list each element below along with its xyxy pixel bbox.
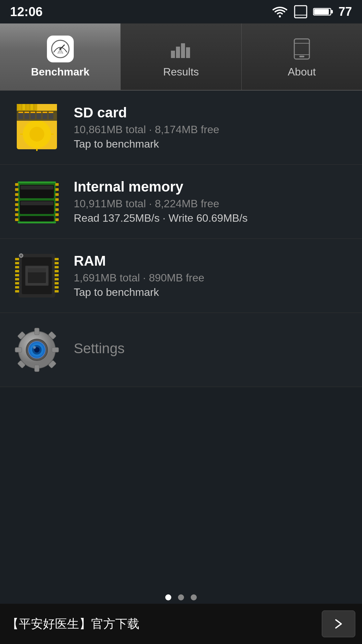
ram-text: RAM 1,691MB total · 890MB free Tap to be…: [74, 253, 352, 299]
sd-card-subtitle: 10,861MB total · 8,174MB free: [74, 123, 352, 136]
svg-rect-40: [18, 112, 23, 113]
battery-level: 77: [339, 5, 352, 19]
svg-rect-5: [314, 9, 329, 14]
settings-icon: [10, 323, 64, 377]
tab-bar: Benchmark Results About: [0, 23, 362, 91]
svg-rect-1: [295, 6, 307, 18]
svg-rect-21: [18, 104, 21, 110]
results-tab-label: Results: [163, 66, 199, 78]
svg-rect-62: [55, 183, 59, 186]
svg-rect-9: [171, 51, 175, 58]
svg-rect-42: [31, 112, 35, 113]
svg-rect-68: [55, 213, 59, 216]
page-dots: [165, 594, 197, 600]
svg-rect-41: [24, 112, 29, 113]
svg-rect-55: [15, 188, 18, 191]
page-dot-2[interactable]: [178, 594, 184, 600]
svg-rect-69: [55, 218, 59, 221]
svg-rect-12: [186, 47, 190, 58]
status-icons: 77: [272, 5, 352, 19]
svg-rect-56: [15, 193, 18, 196]
svg-rect-23: [26, 104, 29, 110]
internal-memory-title: Internal memory: [74, 179, 352, 195]
svg-rect-24: [31, 104, 33, 110]
svg-rect-67: [55, 208, 59, 211]
svg-rect-98: [35, 328, 39, 335]
sd-card-item[interactable]: SD card 10,861MB total · 8,174MB free Ta…: [0, 91, 362, 165]
svg-rect-4: [331, 10, 333, 13]
svg-rect-60: [15, 213, 18, 216]
sd-card-icon: [10, 101, 64, 154]
svg-rect-84: [15, 290, 19, 292]
svg-rect-88: [55, 270, 59, 272]
svg-point-0: [279, 15, 281, 17]
benchmark-tab-label: Benchmark: [31, 66, 89, 78]
settings-title: Settings: [74, 340, 352, 357]
svg-rect-92: [55, 286, 59, 288]
svg-rect-75: [28, 268, 46, 272]
benchmark-icon-container: [47, 36, 74, 62]
svg-rect-76: [15, 258, 19, 260]
svg-point-111: [33, 346, 36, 349]
tab-about[interactable]: About: [242, 23, 362, 90]
svg-rect-80: [15, 274, 19, 276]
svg-rect-93: [55, 290, 59, 292]
svg-rect-54: [15, 183, 18, 186]
svg-rect-63: [55, 188, 59, 191]
svg-rect-87: [55, 266, 59, 268]
status-time: 12:06: [10, 5, 43, 19]
svg-rect-10: [176, 47, 180, 58]
bottom-ad-bar: 【平安好医生】官方下载: [0, 604, 362, 644]
svg-point-32: [29, 127, 44, 142]
ram-subtitle: 1,691MB total · 890MB free: [74, 272, 352, 284]
status-bar: 12:06 77: [0, 0, 362, 23]
ad-button[interactable]: [322, 610, 355, 637]
svg-rect-44: [43, 112, 47, 113]
svg-rect-82: [15, 282, 19, 284]
svg-rect-58: [15, 203, 18, 206]
svg-rect-77: [15, 262, 19, 264]
svg-rect-57: [15, 198, 18, 201]
wifi-icon: [272, 5, 288, 18]
battery-icon: [313, 7, 333, 17]
svg-rect-100: [15, 347, 22, 352]
internal-memory-action: Read 137.25MB/s · Write 60.69MB/s: [74, 212, 352, 224]
settings-item[interactable]: Settings: [0, 313, 362, 387]
svg-rect-78: [15, 266, 19, 268]
svg-rect-66: [55, 203, 59, 206]
results-icon-container: [168, 36, 194, 62]
svg-rect-83: [15, 286, 19, 288]
ram-item[interactable]: RAM 1,691MB total · 890MB free Tap to be…: [0, 239, 362, 313]
internal-memory-item[interactable]: Internal memory 10,911MB total · 8,224MB…: [0, 165, 362, 239]
ram-action: Tap to benchmark: [74, 286, 352, 299]
tab-results[interactable]: Results: [121, 23, 241, 90]
svg-rect-85: [55, 258, 59, 260]
sd-card-action: Tap to benchmark: [74, 138, 352, 150]
page-dot-3[interactable]: [191, 594, 197, 600]
svg-rect-89: [55, 274, 59, 276]
svg-rect-11: [181, 43, 185, 58]
page-dot-1[interactable]: [165, 594, 171, 600]
ram-title: RAM: [74, 253, 352, 269]
ad-text: 【平安好医生】官方下载: [7, 616, 139, 632]
sd-card-title: SD card: [74, 105, 352, 121]
internal-memory-icon: [10, 175, 64, 228]
bar-chart-icon: [169, 37, 193, 61]
svg-rect-81: [15, 278, 19, 280]
svg-rect-65: [55, 198, 59, 201]
svg-rect-86: [55, 262, 59, 264]
svg-rect-52: [18, 181, 56, 183]
svg-rect-59: [15, 208, 18, 211]
svg-rect-101: [52, 347, 59, 352]
settings-text: Settings: [74, 340, 352, 359]
about-tab-label: About: [288, 66, 316, 78]
svg-rect-50: [20, 185, 53, 190]
tab-benchmark[interactable]: Benchmark: [0, 23, 121, 90]
svg-rect-91: [55, 282, 59, 284]
svg-rect-49: [20, 216, 54, 221]
svg-rect-79: [15, 270, 19, 272]
svg-rect-25: [35, 104, 37, 110]
internal-memory-subtitle: 10,911MB total · 8,224MB free: [74, 198, 352, 210]
about-icon-container: [288, 36, 315, 62]
phone-tablet-icon: [291, 37, 313, 61]
